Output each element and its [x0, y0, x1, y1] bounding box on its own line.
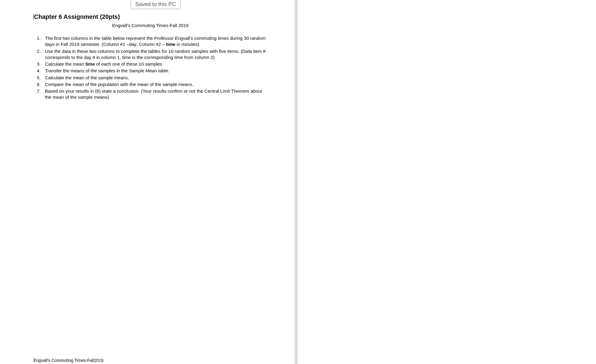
page-footer: Engvall's Commuting Times-Fall2019 — [33, 358, 104, 363]
chapter-title: Chapter 6 Assignment (20pts) — [33, 13, 267, 20]
instruction-item: Compare the mean of the population with … — [42, 81, 267, 88]
document-page-1: Saved to this PC Chapter 6 Assignment (2… — [0, 0, 298, 364]
instruction-item: Calculate the mean of the sample means. — [42, 75, 267, 81]
instruction-item: Calculate the mean time of each one of t… — [42, 61, 267, 67]
saved-to-pc-badge: Saved to this PC — [131, 0, 180, 9]
instruction-item: Transfer the means of the samples in the… — [42, 68, 267, 74]
instruction-item: The first two columns in the table below… — [42, 35, 267, 48]
instruction-item: Use the data in these two columns to com… — [42, 48, 267, 61]
instruction-item: Based on your results in (6) state a con… — [42, 88, 267, 101]
instruction-list: The first two columns in the table below… — [33, 35, 267, 101]
document-page-2 — [298, 0, 596, 364]
subtitle: Engvall's Commuting Times-Fall 2019 — [33, 23, 267, 28]
